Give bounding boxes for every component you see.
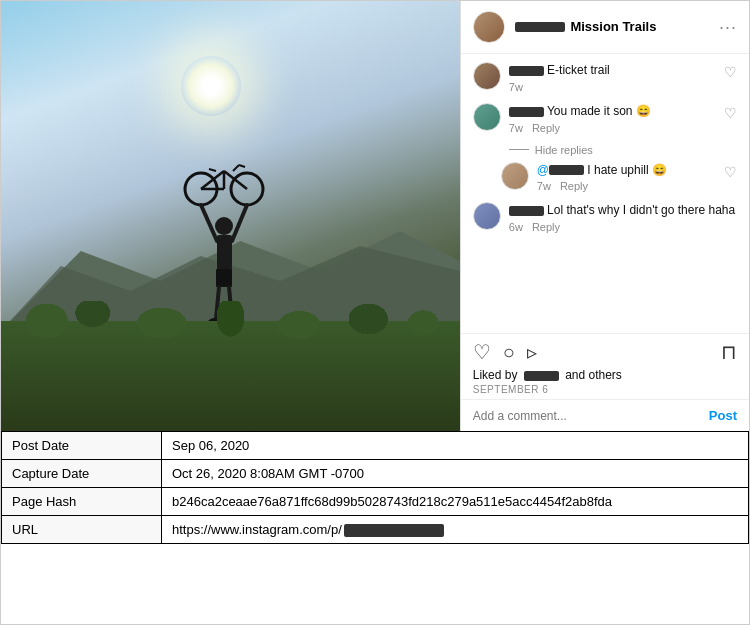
instagram-panel: Mission Trails ··· E-ticket trail [460, 1, 749, 431]
comment-avatar [501, 162, 529, 190]
comment-text: Lol that's why I didn't go there haha [509, 203, 735, 217]
url-redacted [344, 524, 444, 537]
liked-by-label: Liked by [473, 368, 518, 382]
like-icon[interactable]: ♡ [724, 162, 737, 180]
nested-comment-row: @ I hate uphill 😄 7w Reply ♡ [501, 162, 737, 193]
value-page-hash: b246ca2ceaae76a871ffc68d99b5028743fd218c… [162, 488, 749, 516]
liker-name-redacted [524, 371, 559, 381]
comment-avatar [473, 103, 501, 131]
username-redacted [515, 22, 565, 32]
svg-line-14 [232, 205, 247, 241]
post-area: Mission Trails ··· E-ticket trail [1, 1, 749, 431]
comment-body: You made it son 😄 7w Reply [509, 103, 724, 134]
svg-line-13 [201, 205, 217, 241]
add-comment-input[interactable] [473, 409, 709, 423]
add-comment-row: Post [461, 399, 749, 431]
post-date-ig: SEPTEMBER 6 [473, 384, 737, 395]
ig-header: Mission Trails ··· [461, 1, 749, 54]
svg-point-11 [215, 217, 233, 235]
reply-link[interactable]: Reply [532, 122, 560, 134]
vegetation [1, 321, 460, 431]
comment-row: E-ticket trail 7w ♡ [473, 62, 737, 93]
likes-row: Liked by and others [473, 368, 737, 382]
value-url: https://www.instagram.com/p/ [162, 516, 749, 544]
metadata-section: Post Date Sep 06, 2020 Capture Date Oct … [1, 431, 749, 624]
comment-meta: 6w Reply [509, 221, 737, 233]
sun-element [181, 56, 241, 116]
action-icons-row: ♡ ○ ▹ ⊓ [473, 340, 737, 364]
post-comment-button[interactable]: Post [709, 408, 737, 423]
label-url: URL [2, 516, 162, 544]
comment-meta: 7w [509, 81, 724, 93]
value-capture-date: Oct 26, 2020 8:08AM GMT -0700 [162, 460, 749, 488]
mention-redacted [549, 165, 584, 175]
more-options-icon[interactable]: ··· [719, 17, 737, 38]
comment-avatar [473, 202, 501, 230]
commenter-name-redacted [509, 107, 544, 117]
comment-row: You made it son 😄 7w Reply ♡ [473, 103, 737, 134]
label-capture-date: Capture Date [2, 460, 162, 488]
like-icon[interactable]: ♡ [724, 62, 737, 80]
hide-replies-toggle[interactable]: Hide replies [509, 144, 737, 156]
like-icon[interactable]: ♡ [724, 103, 737, 121]
value-post-date: Sep 06, 2020 [162, 432, 749, 460]
ig-actions: ♡ ○ ▹ ⊓ Liked by and others SEPTEMBER 6 [461, 333, 749, 399]
metadata-table: Post Date Sep 06, 2020 Capture Date Oct … [1, 431, 749, 544]
ig-header-text: Mission Trails [515, 18, 719, 36]
reply-link[interactable]: Reply [532, 221, 560, 233]
commenter-name-redacted [509, 206, 544, 216]
label-post-date: Post Date [2, 432, 162, 460]
comment-button[interactable]: ○ [503, 341, 515, 364]
comment-row: Lol that's why I didn't go there haha 6w… [473, 202, 737, 233]
and-others-label: and others [565, 368, 622, 382]
share-button[interactable]: ▹ [527, 340, 537, 364]
label-page-hash: Page Hash [2, 488, 162, 516]
comment-text: @ I hate uphill 😄 [537, 163, 667, 177]
comment-text: E-ticket trail [509, 63, 610, 77]
ig-comments: E-ticket trail 7w ♡ You made it s [461, 54, 749, 333]
table-row: Capture Date Oct 26, 2020 8:08AM GMT -07… [2, 460, 749, 488]
like-button[interactable]: ♡ [473, 340, 491, 364]
commenter-name-redacted [509, 66, 544, 76]
comment-text: You made it son 😄 [509, 104, 651, 118]
svg-rect-12 [217, 235, 232, 270]
svg-line-10 [209, 169, 216, 171]
comment-body: @ I hate uphill 😄 7w Reply [537, 162, 724, 193]
table-row: Post Date Sep 06, 2020 [2, 432, 749, 460]
table-row: Page Hash b246ca2ceaae76a871ffc68d99b502… [2, 488, 749, 516]
svg-rect-15 [216, 269, 232, 287]
reply-link[interactable]: Reply [560, 180, 588, 192]
comment-meta: 7w Reply [509, 122, 724, 134]
comment-body: E-ticket trail 7w [509, 62, 724, 93]
profile-avatar [473, 11, 505, 43]
photo-panel [1, 1, 460, 431]
bookmark-button[interactable]: ⊓ [721, 340, 737, 364]
comment-meta: 7w Reply [537, 180, 724, 192]
username-label: Mission Trails [515, 18, 719, 36]
comment-body: Lol that's why I didn't go there haha 6w… [509, 202, 737, 233]
table-row: URL https://www.instagram.com/p/ [2, 516, 749, 544]
main-container: Mission Trails ··· E-ticket trail [0, 0, 750, 625]
comment-avatar [473, 62, 501, 90]
svg-line-8 [233, 165, 239, 171]
svg-line-9 [239, 165, 245, 167]
mission-trails-label: Mission Trails [570, 19, 656, 34]
